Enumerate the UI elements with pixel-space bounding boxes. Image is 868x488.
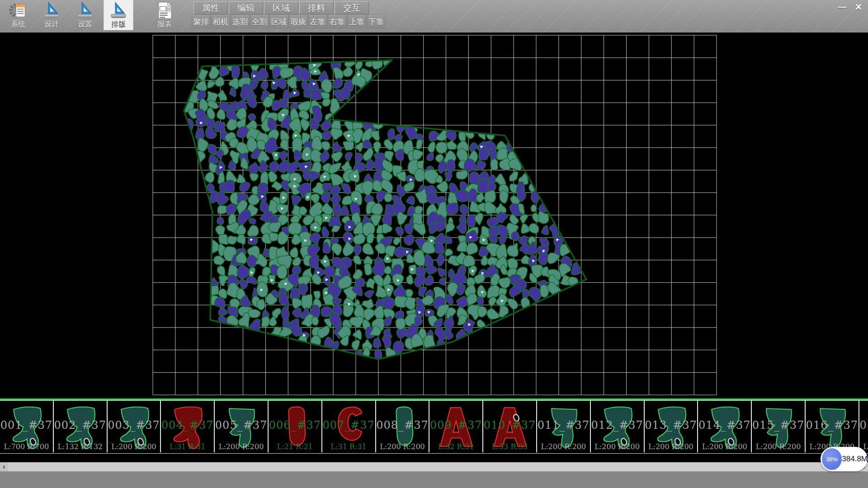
piece-size: L:700 R:700	[0, 442, 53, 451]
horizontal-scrollbar[interactable]: ‹ ›	[0, 462, 868, 471]
piece-size: L:132 R:132	[54, 442, 107, 451]
piece-name: 017_#37	[859, 419, 868, 432]
piece-name: 010_#37	[483, 419, 536, 432]
piece-size: L:200 R:200	[108, 442, 160, 451]
tool-button-snap-left[interactable]: 左靠	[308, 15, 327, 28]
piece-name: 005_#37	[215, 419, 268, 432]
thumbnail-cell[interactable]: 014_#37L:200 R:200	[698, 401, 752, 452]
piece-size: L:200 R:200	[645, 442, 698, 451]
app-button-label: 排版	[104, 20, 133, 29]
app-button-label: 设计	[37, 20, 66, 29]
piece-name: 012_#37	[591, 419, 644, 432]
piece-size: L:31 R:31	[161, 442, 214, 451]
piece-name: 001_#37	[0, 419, 53, 432]
thumbnail-cell[interactable]: 003_#37L:200 R:200	[108, 401, 161, 452]
gear-icon	[9, 1, 28, 20]
tool-button-row: 聚排相机选割全割区域瑕疵左靠右靠上靠下靠	[192, 15, 386, 28]
app-button-layout[interactable]: 排版	[104, 0, 133, 30]
piece-size: L:200 R:200	[591, 442, 644, 451]
tool-button-snap-top[interactable]: 上靠	[347, 15, 366, 28]
piece-name: 015_#37	[752, 419, 805, 432]
piece-size: L:200 R:200	[537, 442, 590, 451]
thumbnail-cell[interactable]: 015_#37L:200 R:200	[752, 401, 806, 452]
piece-name: 003_#37	[108, 419, 160, 432]
thumbnail-cell[interactable]: 001_#37L:700 R:700	[0, 401, 54, 452]
piece-size: L:200 R:200	[215, 442, 268, 451]
menu-tab-region[interactable]: 区域	[264, 1, 298, 14]
app-button-label: 报表	[150, 20, 179, 29]
thumbnail-cell[interactable]: 008_#37L:200 R:200	[376, 401, 430, 452]
thumbnail-cell[interactable]: 005_#37L:200 R:200	[215, 401, 269, 452]
tool-button-defect[interactable]: 瑕疵	[289, 15, 308, 28]
thumbnail-cell[interactable]: 004_#37L:31 R:31	[161, 401, 215, 452]
piece-name: 013_#37	[645, 419, 698, 432]
app-button-system[interactable]: 系统	[4, 0, 33, 30]
menu-tab-properties[interactable]: 属性	[193, 1, 228, 14]
thumbnail-cell[interactable]: 007_#37L:31 R:31	[322, 401, 376, 452]
thumbnail-cell[interactable]: 010_#37L:33 R:33	[483, 401, 537, 452]
menu-tab-edit[interactable]: 编辑	[229, 1, 263, 14]
thumbnail-cell[interactable]: 017_#37L:200 R:200	[859, 401, 868, 452]
close-button[interactable]: ✕	[851, 1, 866, 13]
thumbnail-cell[interactable]: 016_#37L:200 R:200	[806, 401, 859, 452]
app-button-label: 系统	[4, 20, 33, 29]
app-button-setup[interactable]: 设置	[71, 0, 99, 30]
app-button-label: 设置	[71, 20, 99, 29]
menu-tab-nesting[interactable]: 排料	[299, 1, 334, 14]
piece-size: L:33 R:33	[483, 442, 536, 451]
set-square-icon	[109, 1, 128, 20]
tool-button-camera[interactable]: 相机	[211, 15, 230, 28]
nesting-canvas-area[interactable]	[0, 33, 868, 399]
memory-usage: 384.8M	[842, 455, 868, 464]
progress-percent: 38%	[826, 456, 838, 463]
tool-button-select-cut[interactable]: 选割	[231, 15, 250, 28]
app-button-report[interactable]: 报表	[150, 0, 179, 30]
nesting-canvas[interactable]	[0, 33, 868, 399]
set-square-icon	[75, 1, 94, 20]
thumbnail-cell[interactable]: 002_#37L:132 R:132	[54, 401, 108, 452]
piece-name: 007_#37	[322, 419, 375, 432]
piece-size: L:200 R:200	[752, 442, 805, 451]
top-toolbar: 系统设计设置排版报表 属性编辑区域排料交互 聚排相机选割全割区域瑕疵左靠右靠上靠…	[0, 0, 868, 33]
menu-tab-interact[interactable]: 交互	[335, 1, 369, 14]
menu-tab-row: 属性编辑区域排料交互	[193, 1, 370, 14]
piece-size: L:31 R:31	[322, 442, 375, 451]
piece-size: L:32 R:31	[429, 442, 482, 451]
thumbnail-cell[interactable]: 009_#37L:32 R:31	[429, 401, 483, 452]
piece-name: 009_#37	[429, 419, 482, 432]
piece-name: 014_#37	[698, 419, 751, 432]
progress-pill: 38% 384.8M	[821, 447, 868, 471]
tool-button-cluster-nest[interactable]: 聚排	[192, 15, 211, 28]
thumbnail-strip[interactable]: 001_#37L:700 R:700002_#37L:132 R:132003_…	[0, 400, 868, 454]
thumbnail-cell[interactable]: 006_#37L:21 R:21	[269, 401, 322, 452]
tool-button-region[interactable]: 区域	[269, 15, 288, 28]
tool-button-snap-right[interactable]: 右靠	[328, 15, 347, 28]
report-icon	[155, 1, 174, 20]
set-square-icon	[42, 1, 61, 20]
piece-name: 006_#37	[269, 419, 321, 432]
piece-name: 011_#37	[537, 419, 590, 432]
piece-name: 002_#37	[54, 419, 107, 432]
piece-size: L:200 R:200	[698, 442, 751, 451]
window-controls: — ✕	[834, 1, 866, 13]
piece-size: L:200 R:200	[376, 442, 429, 451]
tool-button-cut-all[interactable]: 全割	[250, 15, 269, 28]
scroll-left-arrow[interactable]: ‹	[0, 462, 8, 471]
piece-name: 008_#37	[376, 419, 429, 432]
thumbnail-cell[interactable]: 013_#37L:200 R:200	[645, 401, 698, 452]
piece-name: 004_#37	[161, 419, 214, 432]
thumbnail-cell[interactable]: 011_#37L:200 R:200	[537, 401, 591, 452]
app-button-design[interactable]: 设计	[37, 0, 66, 30]
piece-name: 016_#37	[806, 419, 859, 432]
tool-button-snap-bottom[interactable]: 下靠	[367, 15, 386, 28]
nested-pieces	[183, 56, 581, 361]
piece-size: L:21 R:21	[269, 442, 321, 451]
minimize-button[interactable]: —	[835, 1, 850, 13]
status-bar	[0, 471, 868, 488]
progress-percent-badge: 38%	[822, 448, 842, 470]
thumbnail-cell[interactable]: 012_#37L:200 R:200	[591, 401, 645, 452]
